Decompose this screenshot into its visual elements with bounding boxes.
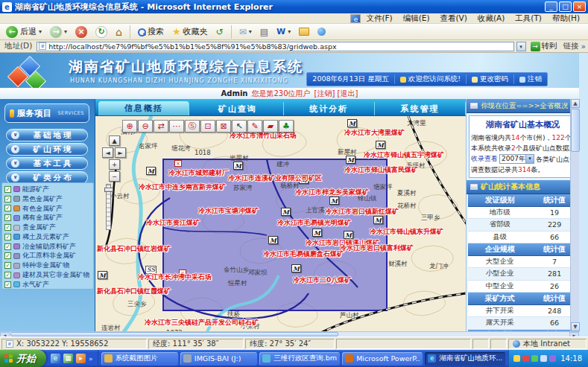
horizontal-scrollbar[interactable]: ◄ ► <box>0 331 579 336</box>
forward-button[interactable]: →▾ <box>47 25 70 39</box>
mine-marker[interactable]: M <box>312 229 322 237</box>
tab-item[interactable]: 系统管理 <box>375 102 466 115</box>
tray-icon-5[interactable] <box>549 355 556 362</box>
tray-icon-3[interactable] <box>531 355 538 362</box>
address-input[interactable]: e http://localhost/%e7%9f%bf%e5%b1%b1%e5… <box>37 42 513 51</box>
layer-item[interactable]: ✓贵金属矿产 <box>4 223 93 232</box>
links-button[interactable]: 链接 » <box>563 41 586 51</box>
checkbox-checked-icon[interactable]: ✓ <box>4 186 11 193</box>
back-dropdown-icon[interactable]: ▾ <box>39 28 42 35</box>
pan-up-button[interactable]: ▲ <box>109 135 120 146</box>
taskbar-task[interactable]: Microsoft PowerP... <box>342 352 423 366</box>
mine-label[interactable]: 冷水江市城郊建材厂 <box>168 168 229 178</box>
map-tool-button[interactable]: ✎ <box>247 120 262 133</box>
mine-label[interactable]: 冷水江市梓龙乡吴家煤矿 <box>295 188 369 197</box>
taskbar-task[interactable]: e湖南省矿山地质环... <box>425 352 505 366</box>
map-tool-button[interactable]: ⋯ <box>169 120 184 133</box>
checkbox-checked-icon[interactable]: ✓ <box>4 214 11 221</box>
layer-item[interactable]: ✓能源矿产 <box>4 185 93 194</box>
media-player-icon[interactable]: ▸ <box>76 354 86 363</box>
map-tool-button[interactable]: ▰ <box>263 120 278 133</box>
mail-button[interactable]: ✉▾ <box>236 26 255 38</box>
mine-label[interactable]: 冷水江市铎山镇东升煤矿 <box>370 227 443 237</box>
checkbox-checked-icon[interactable]: ✓ <box>4 234 11 240</box>
mine-marker[interactable]: M <box>376 141 385 149</box>
map-tool-button[interactable]: ⇄ <box>154 120 168 133</box>
mine-label[interactable]: 冷水江市二0八煤矿 <box>293 275 351 285</box>
maximize-button[interactable]: □ <box>559 1 572 12</box>
mine-marker[interactable]: × <box>174 160 182 167</box>
mine-label[interactable]: 冷水江市铎山镇富民煤矿 <box>344 165 418 175</box>
map-tool-button[interactable]: ↖ <box>232 120 247 133</box>
mine-label[interactable]: 新化县石冲口镇红霞煤矿 <box>97 287 171 296</box>
layer-item[interactable]: ✓特种非金属矿物 <box>4 261 93 270</box>
mine-marker[interactable]: M <box>98 271 107 279</box>
logout-link[interactable]: 注销 <box>513 74 547 84</box>
layer-item[interactable]: ✓稀土及元素矿产 <box>4 232 93 242</box>
refresh-button[interactable]: ↻ <box>92 25 110 39</box>
chevron-down-icon[interactable]: ▾ <box>525 155 534 163</box>
mine-label[interactable]: 冷水江市长冲湾中采石场 <box>138 272 212 282</box>
mail-dropdown-icon[interactable]: ▾ <box>249 28 252 35</box>
address-dropdown-icon[interactable]: ▾ <box>516 42 526 51</box>
forward-dropdown-icon[interactable]: ▾ <box>64 28 67 35</box>
stop-button[interactable]: × <box>72 25 90 39</box>
mine-marker[interactable]: M <box>346 156 355 164</box>
checkbox-checked-icon[interactable]: ✓ <box>4 205 11 211</box>
favorites-button[interactable]: ★ 收藏夹 <box>169 25 211 38</box>
tray-icon-4[interactable] <box>540 355 547 362</box>
checkbox-checked-icon[interactable]: ✓ <box>4 272 11 278</box>
tray-icon-1[interactable] <box>513 355 520 362</box>
map-canvas[interactable]: 满竹厂名家坪塘花湾1018岩里村建冲大湾里新屋村毛坪村塘家坪夏溪村铎山镇花桥村三… <box>95 115 466 331</box>
menu-item[interactable]: 帮助(H) <box>547 13 585 24</box>
mine-marker[interactable]: M <box>146 167 156 175</box>
folders-button[interactable] <box>296 27 312 36</box>
checkbox-checked-icon[interactable]: ✓ <box>4 252 11 259</box>
scroll-up-button[interactable]: ▲ <box>571 99 580 108</box>
layer-item[interactable]: ✓稀有金属矿产 <box>4 213 93 223</box>
layer-item[interactable]: ✓有色金属矿产 <box>4 204 93 214</box>
sidebar-menu-item[interactable]: ∨基础地理 <box>6 129 88 141</box>
taskbar-task[interactable]: 三维行政区查询.bmp <box>259 352 340 366</box>
zoom-slider-handle[interactable] <box>104 188 113 192</box>
home-button[interactable]: ⌂ <box>113 25 125 39</box>
mine-label[interactable]: 冷水江市连溪矿业有限公司矿区 <box>228 173 322 183</box>
checkbox-checked-icon[interactable]: ✓ <box>4 196 11 202</box>
mine-label[interactable]: 冷水江市大湾里煤矿 <box>344 128 405 138</box>
taskbar-task[interactable]: IMGIS-BAI (J:) <box>180 352 257 366</box>
minimize-button[interactable]: _ <box>545 1 557 12</box>
mine-label[interactable]: 冷水江市毛易镇光明煤矿 <box>277 218 351 228</box>
mine-label[interactable]: 冷水江市资江煤矿 <box>146 218 200 228</box>
messenger-button[interactable] <box>314 27 329 36</box>
edit-button[interactable]: W▾ <box>274 26 294 37</box>
edit-dropdown-icon[interactable]: ▾ <box>288 28 291 35</box>
tray-icon-2[interactable] <box>522 355 529 362</box>
map-tool-button[interactable]: ⊖ <box>138 120 153 133</box>
ie-quicklaunch-icon[interactable]: e <box>51 354 60 363</box>
map-tool-button[interactable]: ⊕ <box>122 120 137 133</box>
layer-item[interactable]: ✓水气矿产 <box>4 280 93 290</box>
layer-item[interactable]: ✓化工原料非金属矿 <box>4 252 93 261</box>
search-button[interactable]: 搜索 <box>135 25 167 38</box>
map-tool-button[interactable]: ⊡ <box>200 120 215 133</box>
pan-right-button[interactable]: ► <box>115 147 126 158</box>
map-tool-button[interactable]: ♣ <box>279 120 294 133</box>
mine-label[interactable]: 新化县石冲口镇红岩煤矿 <box>97 244 171 254</box>
quicklaunch-chevron-icon[interactable]: » <box>89 355 93 363</box>
print-button[interactable]: ▤ <box>257 26 271 38</box>
layer-item[interactable]: ✓黑色金属矿产 <box>4 194 93 204</box>
mine-marker[interactable]: M <box>281 208 291 216</box>
sidebar-menu-item[interactable]: ∨基本工具 <box>6 157 88 170</box>
checkbox-checked-icon[interactable]: ✓ <box>4 281 11 288</box>
scroll-down-button[interactable]: ▼ <box>571 322 580 331</box>
tab-item[interactable]: 统计分析 <box>284 102 375 115</box>
start-button[interactable]: 开始 <box>0 350 46 367</box>
menu-item[interactable]: 文件(F) <box>361 13 397 24</box>
mine-marker[interactable]: M <box>373 216 383 224</box>
pan-left-button[interactable]: ◄ <box>102 147 113 158</box>
change-password-link[interactable]: 更改密码 <box>466 74 513 84</box>
mine-label[interactable]: 冷水江市岩口镇新红煤矿 <box>325 207 399 217</box>
mine-label[interactable]: 冷水江市中连乡南宫新井煤矿 <box>139 182 226 192</box>
zoom-out-button[interactable]: − <box>109 171 120 182</box>
zoom-slider[interactable] <box>106 184 111 230</box>
